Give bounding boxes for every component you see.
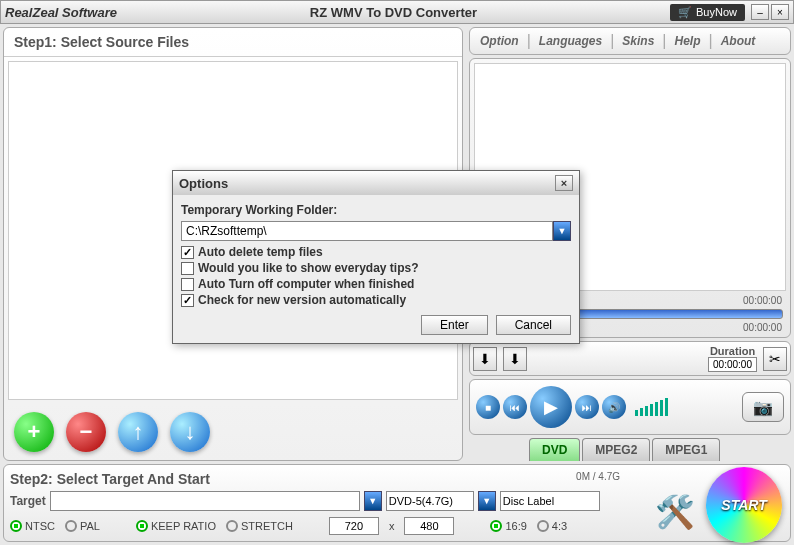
dialog-titlebar: Options × bbox=[173, 171, 579, 195]
target-dropdown[interactable]: ▼ bbox=[364, 491, 382, 511]
dialog-title: Options bbox=[179, 176, 228, 191]
app-title: RZ WMV To DVD Converter bbox=[117, 5, 670, 20]
duration-label: Duration bbox=[708, 345, 757, 357]
duration-row: ⬇ ⬇ Duration 00:00:00 ✂ bbox=[469, 341, 791, 376]
time-total: 00:00:00 bbox=[743, 322, 782, 333]
enter-button[interactable]: Enter bbox=[421, 315, 488, 335]
next-button[interactable]: ⏭ bbox=[575, 395, 599, 419]
disc-label-input[interactable] bbox=[500, 491, 600, 511]
wrench-icon: 🛠️ bbox=[655, 493, 695, 531]
check-auto-delete[interactable]: ✓Auto delete temp files bbox=[181, 245, 571, 259]
menubar: Option| Languages| Skins| Help| About bbox=[469, 27, 791, 55]
plus-icon: + bbox=[28, 419, 41, 445]
menu-languages[interactable]: Languages bbox=[535, 32, 606, 50]
titlebar: RealZeal Software RZ WMV To DVD Converte… bbox=[0, 0, 794, 24]
mark-in-button[interactable]: ⬇ bbox=[473, 347, 497, 371]
clip-button[interactable]: ✂ bbox=[763, 347, 787, 371]
tab-dvd[interactable]: DVD bbox=[529, 438, 580, 461]
check-new-version[interactable]: ✓Check for new version automatically bbox=[181, 293, 571, 307]
tools-button[interactable]: 🛠️ bbox=[650, 487, 700, 537]
step2-header: Step2: Select Target And Start bbox=[10, 471, 784, 487]
check-everyday-tips[interactable]: Would you like to show everyday tips? bbox=[181, 261, 571, 275]
temp-folder-input[interactable] bbox=[181, 221, 553, 241]
size-indicator: 0M / 4.7G bbox=[576, 471, 620, 482]
format-tabs: DVD MPEG2 MPEG1 bbox=[469, 438, 791, 461]
temp-folder-browse[interactable]: ▼ bbox=[553, 221, 571, 241]
check-auto-turnoff[interactable]: Auto Turn off computer when finished bbox=[181, 277, 571, 291]
play-button[interactable]: ▶ bbox=[530, 386, 572, 428]
move-up-button[interactable]: ↑ bbox=[118, 412, 158, 452]
bottom-panel: Step2: Select Target And Start 0M / 4.7G… bbox=[3, 464, 791, 542]
time-end: 00:00:00 bbox=[743, 295, 782, 306]
add-button[interactable]: + bbox=[14, 412, 54, 452]
target-label: Target bbox=[10, 494, 46, 508]
radio-ntsc[interactable]: NTSC bbox=[10, 520, 55, 532]
radio-16-9[interactable]: 16:9 bbox=[490, 520, 526, 532]
volume-button[interactable]: 🔊 bbox=[602, 395, 626, 419]
prev-button[interactable]: ⏮ bbox=[503, 395, 527, 419]
camera-icon: 📷 bbox=[753, 398, 773, 417]
arrow-up-icon: ↑ bbox=[133, 419, 144, 445]
menu-about[interactable]: About bbox=[717, 32, 760, 50]
arrow-down-icon: ↓ bbox=[185, 419, 196, 445]
duration-value: 00:00:00 bbox=[708, 357, 757, 372]
dimension-x: x bbox=[389, 520, 395, 532]
stop-button[interactable]: ■ bbox=[476, 395, 500, 419]
dvd-type-dropdown[interactable]: ▼ bbox=[478, 491, 496, 511]
radio-pal[interactable]: PAL bbox=[65, 520, 100, 532]
cart-icon: 🛒 bbox=[678, 6, 692, 19]
tab-mpeg2[interactable]: MPEG2 bbox=[582, 438, 650, 461]
menu-option[interactable]: Option bbox=[476, 32, 523, 50]
start-button[interactable]: START bbox=[706, 467, 782, 543]
minus-icon: − bbox=[80, 419, 93, 445]
radio-stretch[interactable]: STRETCH bbox=[226, 520, 293, 532]
radio-4-3[interactable]: 4:3 bbox=[537, 520, 567, 532]
height-input[interactable] bbox=[404, 517, 454, 535]
brand-label: RealZeal Software bbox=[5, 5, 117, 20]
buynow-button[interactable]: 🛒 BuyNow bbox=[670, 4, 745, 21]
mark-out-button[interactable]: ⬇ bbox=[503, 347, 527, 371]
target-combo[interactable] bbox=[50, 491, 360, 511]
menu-skins[interactable]: Skins bbox=[618, 32, 658, 50]
cancel-button[interactable]: Cancel bbox=[496, 315, 571, 335]
tab-mpeg1[interactable]: MPEG1 bbox=[652, 438, 720, 461]
width-input[interactable] bbox=[329, 517, 379, 535]
volume-bars[interactable] bbox=[635, 398, 668, 416]
dialog-close-button[interactable]: × bbox=[555, 175, 573, 191]
temp-folder-label: Temporary Working Folder: bbox=[181, 203, 571, 217]
radio-keep-ratio[interactable]: KEEP RATIO bbox=[136, 520, 216, 532]
dvd-type-combo[interactable] bbox=[386, 491, 474, 511]
menu-help[interactable]: Help bbox=[671, 32, 705, 50]
close-button[interactable]: × bbox=[771, 4, 789, 20]
step1-header: Step1: Select Source Files bbox=[4, 28, 462, 57]
options-dialog: Options × Temporary Working Folder: ▼ ✓A… bbox=[172, 170, 580, 344]
player-controls: ■ ⏮ ▶ ⏭ 🔊 📷 bbox=[469, 379, 791, 435]
remove-button[interactable]: − bbox=[66, 412, 106, 452]
snapshot-button[interactable]: 📷 bbox=[742, 392, 784, 422]
move-down-button[interactable]: ↓ bbox=[170, 412, 210, 452]
minimize-button[interactable]: – bbox=[751, 4, 769, 20]
